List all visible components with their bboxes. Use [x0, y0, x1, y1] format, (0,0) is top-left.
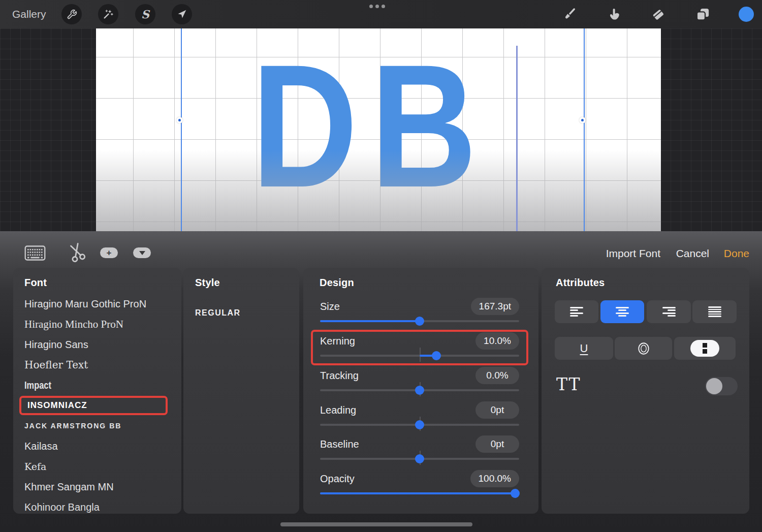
tracking-value-pill[interactable]: 0.0% — [475, 367, 519, 384]
vertical-text-button[interactable] — [674, 337, 736, 360]
drawing-canvas[interactable]: DB — [96, 28, 661, 231]
top-toolbar: Gallery S — [0, 0, 762, 28]
font-panel: Font Hiragino Maru Gothic ProN Hiragino … — [13, 268, 181, 514]
opacity-slider-thumb[interactable] — [511, 489, 520, 498]
size-slider[interactable] — [320, 315, 519, 328]
opacity-slider[interactable] — [320, 487, 519, 500]
font-item-label: Hoefler Text — [24, 359, 88, 371]
color-swatch-button[interactable] — [738, 0, 755, 28]
tracking-slider[interactable] — [320, 384, 519, 397]
adjustments-button[interactable] — [98, 4, 118, 24]
opacity-value-pill[interactable]: 100.0% — [470, 470, 519, 487]
smudge-finger-icon — [606, 7, 621, 22]
font-item-label: JACK ARMSTRONG BB — [24, 422, 121, 430]
home-indicator[interactable] — [280, 522, 472, 526]
font-item[interactable]: Khmer Sangam MN — [13, 477, 181, 497]
font-item-label: INSOMNIACZ — [24, 400, 87, 411]
layers-button[interactable] — [693, 0, 712, 28]
font-panel-title: Font — [24, 277, 47, 289]
outline-button[interactable] — [615, 337, 672, 360]
font-item[interactable]: Hiragino Sans — [13, 334, 181, 355]
font-list: Hiragino Maru Gothic ProN Hiragino Minch… — [13, 294, 181, 517]
size-value-pill[interactable]: 167.3pt — [471, 298, 519, 315]
font-item[interactable]: Impact — [13, 375, 181, 395]
tracking-slider-thumb[interactable] — [415, 386, 424, 395]
attributes-panel: Attributes U — [542, 268, 749, 514]
design-panel-title: Design — [320, 277, 354, 289]
baseline-slider-thumb[interactable] — [415, 454, 424, 463]
brush-tool-button[interactable] — [560, 0, 579, 28]
style-panel-title: Style — [195, 277, 220, 289]
baseline-row: Baseline 0pt — [320, 435, 519, 466]
attributes-panel-title: Attributes — [556, 277, 605, 289]
font-item[interactable]: JACK ARMSTRONG BB — [13, 416, 181, 436]
font-item[interactable]: Hiragino Maru Gothic ProN — [13, 294, 181, 314]
baseline-value-pill[interactable]: 0pt — [475, 435, 519, 453]
align-left-icon — [570, 307, 583, 317]
font-item[interactable]: Hoefler Text — [13, 355, 181, 375]
active-color-circle — [739, 7, 754, 22]
kerning-slider-thumb[interactable] — [432, 351, 441, 360]
kerning-value-pill[interactable]: 10.0% — [475, 332, 519, 350]
font-item[interactable]: Kohinoor Bangla — [13, 497, 181, 517]
add-text-button[interactable]: + — [100, 247, 118, 258]
canvas-options-ellipsis[interactable] — [369, 5, 385, 8]
capitalization-toggle[interactable] — [705, 377, 738, 395]
font-item[interactable]: Kailasa — [13, 436, 181, 456]
kerning-slider[interactable] — [320, 350, 519, 363]
transform-arrow-icon — [177, 9, 187, 19]
transform-button[interactable] — [172, 4, 192, 24]
align-center-button[interactable] — [600, 300, 644, 323]
layers-icon — [695, 7, 711, 22]
opacity-row: Opacity 100.0% — [320, 470, 519, 500]
cancel-button[interactable]: Cancel — [676, 246, 709, 261]
font-item-label: Kailasa — [24, 441, 58, 452]
text-editing-sheet: + Import Font Cancel Done Font Hiragino … — [0, 231, 762, 532]
scissors-icon — [66, 241, 87, 263]
actions-button[interactable] — [61, 4, 82, 24]
tracking-row: Tracking 0.0% — [320, 367, 519, 397]
align-right-icon — [662, 307, 676, 317]
plus-icon: + — [107, 248, 112, 257]
font-item[interactable]: Kefa — [13, 456, 181, 477]
import-font-button[interactable]: Import Font — [606, 246, 660, 261]
selection-button[interactable]: S — [135, 4, 155, 24]
keyboard-button[interactable] — [23, 244, 47, 262]
vertical-text-icon — [690, 340, 719, 357]
font-item-label: Impact — [24, 380, 51, 391]
font-item-label: Hiragino Mincho ProN — [24, 318, 123, 331]
collapse-panel-button[interactable] — [133, 247, 151, 258]
kerning-label: Kerning — [320, 335, 355, 347]
eraser-tool-button[interactable] — [649, 0, 667, 28]
capitalization-label: TT — [556, 374, 581, 394]
leading-value-pill[interactable]: 0pt — [475, 401, 519, 419]
font-item-label: Kohinoor Bangla — [24, 502, 100, 513]
underline-button[interactable]: U — [555, 337, 613, 360]
style-item-regular[interactable]: REGULAR — [195, 308, 241, 318]
align-left-button[interactable] — [555, 300, 598, 323]
smudge-tool-button[interactable] — [605, 0, 623, 28]
size-slider-thumb[interactable] — [415, 317, 424, 326]
align-justify-button[interactable] — [692, 300, 737, 323]
font-item[interactable]: Hiragino Mincho ProN — [13, 314, 181, 334]
font-item-selected[interactable]: INSOMNIACZ — [13, 395, 181, 416]
left-guide-handle[interactable] — [176, 117, 183, 123]
baseline-slider[interactable] — [320, 453, 519, 466]
text-object[interactable]: DB — [251, 0, 490, 253]
design-panel: Design Size 167.3pt Kerning 10.0% — [303, 268, 538, 514]
leading-slider[interactable] — [320, 419, 519, 432]
done-button[interactable]: Done — [724, 246, 749, 261]
keyboard-icon — [24, 245, 46, 261]
font-item-label: Hiragino Maru Gothic ProN — [24, 298, 146, 310]
align-right-button[interactable] — [647, 300, 691, 323]
cut-text-button[interactable] — [65, 240, 88, 264]
gallery-button[interactable]: Gallery — [12, 0, 46, 28]
leading-slider-thumb[interactable] — [415, 420, 424, 429]
tracking-label: Tracking — [320, 370, 359, 382]
font-item-label: Kefa — [24, 461, 46, 472]
right-text-guide-line — [584, 28, 585, 231]
font-item-label: Khmer Sangam MN — [24, 481, 114, 493]
right-guide-handle[interactable] — [579, 117, 586, 123]
text-caret-line — [516, 46, 518, 231]
toggle-knob — [706, 378, 722, 394]
